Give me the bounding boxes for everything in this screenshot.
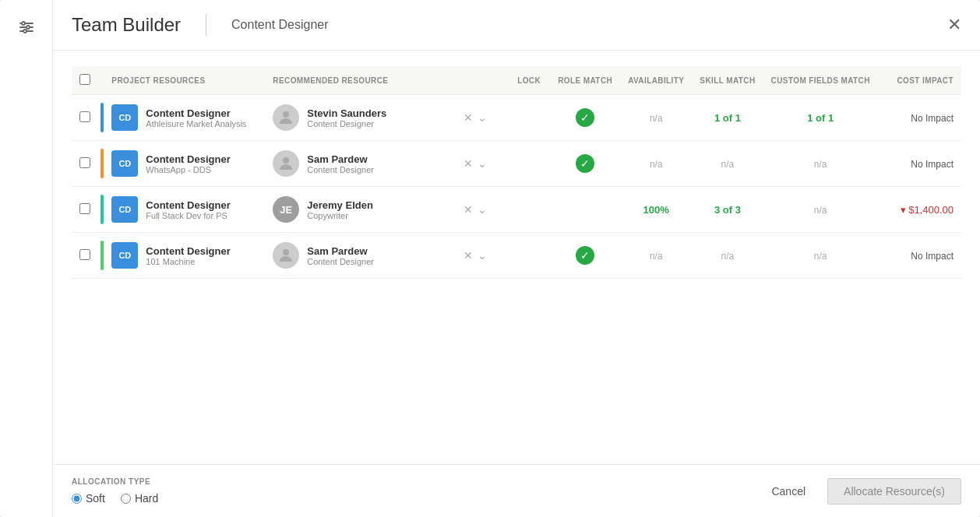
project-info-2: Content Designer WhatsApp - DDS — [146, 153, 230, 174]
close-button[interactable]: ✕ — [947, 16, 961, 33]
check-icon-4: ✓ — [576, 246, 594, 265]
row-checkbox-3[interactable] — [79, 203, 90, 214]
res-role-1: Content Designer — [307, 119, 386, 128]
sidebar — [0, 0, 53, 517]
project-info-1: Content Designer Athleisure Market Analy… — [146, 107, 246, 128]
row-checkbox-4[interactable] — [79, 249, 90, 260]
custom-fields-3: n/a — [763, 187, 878, 233]
radio-soft[interactable]: Soft — [72, 492, 105, 505]
cost-val-4: No Impact — [911, 251, 954, 262]
cost-impact-1: No Impact — [878, 95, 961, 141]
skill-match-1: 1 of 1 — [692, 95, 763, 141]
role-badge-3: CD — [111, 196, 138, 223]
avail-na-4: n/a — [650, 251, 663, 262]
availability-1: n/a — [620, 95, 692, 141]
skill-val-3: 3 of 3 — [714, 204, 741, 216]
availability-2: n/a — [620, 141, 692, 187]
cost-impact-3: ▾ $1,400.00 — [878, 187, 961, 233]
res-name-1: Stevin Saunders — [307, 107, 386, 119]
resource-cell-1: Stevin Saunders Content Designer — [273, 104, 448, 131]
custom-fields-1: 1 of 1 — [763, 95, 878, 141]
avail-val-3: 100% — [643, 204, 669, 216]
skill-match-3: 3 of 3 — [692, 187, 763, 233]
col-skill-match: Skill Match — [692, 66, 763, 95]
row-bar-3 — [100, 195, 104, 224]
project-cell-3: CD Content Designer Full Stack Dev for P… — [111, 196, 257, 223]
role-match-3 — [550, 187, 620, 233]
action-icons-2: ✕ ⌄ — [464, 157, 500, 170]
expand-icon-2[interactable]: ⌄ — [478, 157, 487, 170]
radio-hard[interactable]: Hard — [121, 492, 158, 505]
res-name-2: Sam Pardew — [307, 153, 374, 165]
custom-na-3: n/a — [814, 205, 827, 216]
skill-na-4: n/a — [721, 251, 735, 262]
allocate-button[interactable]: Allocate Resource(s) — [827, 478, 961, 505]
skill-val-1: 1 of 1 — [714, 112, 741, 124]
cost-val-3: ▾ $1,400.00 — [901, 204, 954, 216]
remove-icon-1[interactable]: ✕ — [464, 111, 473, 124]
col-lock-val-1 — [508, 95, 550, 141]
cost-val-2: No Impact — [911, 159, 954, 170]
footer: Allocation Type Soft Hard Cancel Allocat… — [53, 464, 980, 517]
role-match-2: ✓ — [550, 141, 620, 187]
resource-info-2: Sam Pardew Content Designer — [307, 153, 374, 174]
avatar-3: JE — [273, 196, 299, 223]
skill-match-4: n/a — [692, 233, 763, 279]
role-name-2: Content Designer — [146, 153, 230, 165]
action-icons-4: ✕ ⌄ — [464, 249, 500, 262]
project-name-4: 101 Machine — [146, 257, 230, 266]
svg-point-7 — [283, 157, 289, 164]
expand-icon-4[interactable]: ⌄ — [478, 249, 487, 262]
cost-impact-2: No Impact — [878, 141, 961, 187]
remove-icon-2[interactable]: ✕ — [464, 157, 473, 170]
avail-na-1: n/a — [650, 113, 663, 124]
project-name-1: Athleisure Market Analysis — [146, 119, 246, 128]
project-name-3: Full Stack Dev for PS — [146, 211, 230, 220]
svg-point-3 — [22, 22, 25, 25]
svg-point-6 — [283, 111, 289, 118]
allocation-type-label: Allocation Type — [72, 477, 158, 486]
avatar-4 — [273, 242, 299, 269]
header: Team Builder Content Designer ✕ — [53, 0, 980, 51]
hard-radio-input[interactable] — [121, 494, 131, 504]
svg-point-5 — [23, 30, 26, 33]
resources-table: Project Resources Recommended Resource L… — [72, 66, 961, 279]
expand-icon-1[interactable]: ⌄ — [478, 111, 487, 124]
check-icon-1: ✓ — [576, 108, 594, 127]
col-role-match: Role Match — [550, 66, 620, 95]
body: Project Resources Recommended Resource L… — [53, 51, 980, 464]
availability-4: n/a — [620, 233, 692, 279]
soft-radio-input[interactable] — [72, 494, 82, 504]
table-row: CD Content Designer Athleisure Market An… — [72, 95, 961, 141]
expand-icon-3[interactable]: ⌄ — [478, 203, 487, 216]
filter-icon[interactable] — [18, 19, 35, 40]
skill-na-2: n/a — [721, 159, 735, 170]
project-name-2: WhatsApp - DDS — [146, 165, 230, 174]
project-cell-1: CD Content Designer Athleisure Market An… — [111, 104, 257, 131]
avatar-1 — [273, 104, 299, 131]
custom-fields-4: n/a — [763, 233, 878, 279]
cancel-button[interactable]: Cancel — [759, 478, 818, 505]
col-cost-impact: Cost Impact — [878, 66, 961, 95]
res-role-3: Copywriter — [307, 211, 373, 220]
custom-na-4: n/a — [814, 251, 827, 262]
row-checkbox-2[interactable] — [79, 157, 90, 168]
custom-na-2: n/a — [814, 159, 827, 170]
custom-fields-2: n/a — [763, 141, 878, 187]
select-all-checkbox[interactable] — [79, 74, 90, 85]
resource-cell-2: Sam Pardew Content Designer — [273, 150, 448, 177]
remove-icon-3[interactable]: ✕ — [464, 203, 473, 216]
res-name-3: Jeremy Elden — [307, 199, 373, 211]
row-bar-4 — [100, 241, 104, 270]
hard-radio-label: Hard — [135, 492, 158, 505]
col-actions — [456, 66, 508, 95]
allocation-type-section: Allocation Type Soft Hard — [72, 477, 158, 505]
remove-icon-4[interactable]: ✕ — [464, 249, 473, 262]
col-availability: Availability — [620, 66, 692, 95]
check-icon-2: ✓ — [576, 154, 594, 173]
resource-info-4: Sam Pardew Content Designer — [307, 245, 374, 266]
row-checkbox-1[interactable] — [79, 111, 90, 122]
radio-group: Soft Hard — [72, 492, 158, 505]
res-role-2: Content Designer — [307, 165, 374, 174]
col-lock-val-3 — [508, 187, 550, 233]
